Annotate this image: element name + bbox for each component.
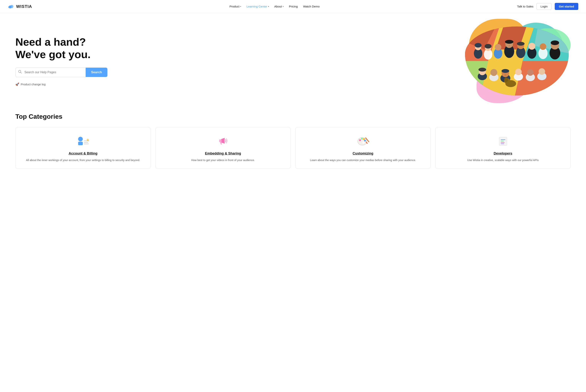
- nav-links: Product ▾ Learning Center ▾ About ▾ Pric…: [229, 5, 320, 8]
- svg-rect-20: [465, 26, 469, 28]
- svg-point-43: [515, 69, 522, 75]
- svg-rect-68: [501, 141, 504, 141]
- svg-point-19: [495, 44, 501, 50]
- svg-rect-56: [219, 140, 222, 142]
- hero-section: Need a hand? We've got you. Search 🚀 Pro…: [0, 13, 586, 105]
- svg-point-26: [517, 42, 524, 46]
- svg-point-14: [475, 43, 482, 48]
- hero-image: [459, 24, 571, 98]
- svg-point-47: [538, 68, 545, 75]
- changelog-link[interactable]: 🚀 Product change log: [15, 82, 108, 86]
- svg-rect-69: [501, 142, 505, 143]
- svg-point-50: [504, 78, 508, 82]
- svg-point-23: [505, 40, 513, 44]
- learning-center-chevron-icon: ▾: [268, 5, 269, 8]
- svg-rect-55: [84, 144, 89, 144]
- category-cards-grid: Account & Billing All about the inner wo…: [15, 127, 571, 169]
- svg-point-41: [501, 69, 509, 73]
- about-chevron-icon: ▾: [283, 5, 283, 8]
- svg-rect-70: [501, 144, 504, 144]
- nav-watch-demo[interactable]: Watch Demo: [303, 5, 320, 8]
- hero-title: Need a hand? We've got you.: [15, 36, 108, 60]
- svg-point-30: [540, 43, 546, 50]
- search-bar: Search: [15, 68, 108, 77]
- svg-point-17: [485, 44, 491, 48]
- logo[interactable]: WISTIA: [8, 4, 32, 10]
- search-button[interactable]: Search: [86, 68, 107, 77]
- customizing-icon: [355, 134, 371, 148]
- nav-actions: Talk to Sales Login Get started: [517, 3, 578, 10]
- account-billing-title: Account & Billing: [69, 152, 98, 156]
- hero-content: Need a hand? We've got you. Search 🚀 Pro…: [15, 36, 108, 86]
- svg-point-28: [528, 43, 535, 50]
- customizing-desc: Learn about the ways you can customize y…: [310, 158, 416, 162]
- svg-point-33: [551, 40, 559, 45]
- svg-point-51: [78, 137, 83, 141]
- rocket-icon: 🚀: [15, 82, 19, 86]
- categories-title: Top Categories: [15, 113, 571, 120]
- get-started-button[interactable]: Get started: [555, 3, 578, 10]
- card-account-billing[interactable]: Account & Billing All about the inner wo…: [15, 127, 151, 169]
- card-customizing[interactable]: Customizing Learn about the ways you can…: [295, 127, 431, 169]
- nav-pricing[interactable]: Pricing: [289, 5, 298, 8]
- developers-icon: [495, 134, 511, 148]
- svg-rect-67: [501, 140, 505, 140]
- developers-desc: Use Wistia in creative, scalable ways wi…: [467, 158, 539, 162]
- customizing-title: Customizing: [353, 152, 374, 156]
- svg-point-59: [362, 141, 365, 144]
- categories-section: Top Categories Account & Billing All abo…: [0, 105, 586, 180]
- wistia-logo-icon: [8, 4, 15, 10]
- talk-to-sales-button[interactable]: Talk to Sales: [517, 5, 533, 8]
- account-billing-icon: [76, 134, 91, 148]
- product-chevron-icon: ▾: [240, 5, 241, 8]
- search-icon: [16, 70, 24, 74]
- developers-title: Developers: [494, 152, 512, 156]
- svg-line-1: [21, 72, 22, 73]
- nav-learning-center[interactable]: Learning Center ▾: [246, 5, 269, 8]
- card-developers[interactable]: Developers Use Wistia in creative, scala…: [435, 127, 571, 169]
- nav-about[interactable]: About ▾: [274, 5, 283, 8]
- svg-point-62: [363, 138, 365, 140]
- main-nav: WISTIA Product ▾ Learning Center ▾ About…: [0, 0, 586, 13]
- embedding-sharing-title: Embedding & Sharing: [205, 152, 241, 156]
- logo-text: WISTIA: [16, 4, 32, 9]
- embedding-sharing-desc: How best to get your videos in front of …: [191, 158, 255, 162]
- svg-point-36: [478, 68, 486, 72]
- svg-rect-52: [78, 142, 83, 145]
- svg-point-60: [359, 139, 361, 141]
- account-billing-desc: All about the inner workings of your acc…: [26, 158, 140, 162]
- svg-rect-54: [84, 142, 88, 143]
- embedding-sharing-icon: [215, 134, 231, 148]
- svg-point-63: [364, 140, 366, 142]
- svg-point-38: [490, 69, 497, 76]
- search-input[interactable]: [24, 68, 86, 77]
- login-button[interactable]: Login: [536, 3, 552, 10]
- nav-product[interactable]: Product ▾: [229, 5, 241, 8]
- card-embedding-sharing[interactable]: Embedding & Sharing How best to get your…: [155, 127, 291, 169]
- svg-point-61: [361, 138, 363, 140]
- svg-point-45: [527, 69, 534, 76]
